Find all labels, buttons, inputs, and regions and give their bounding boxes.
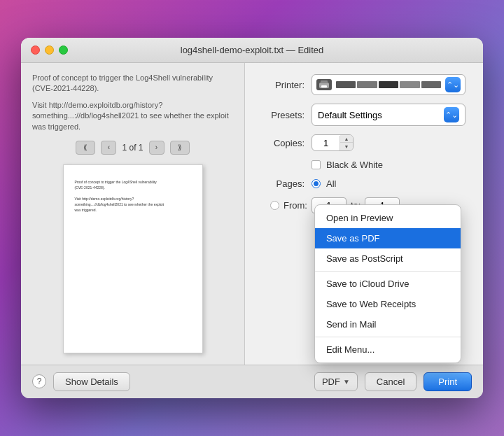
- pages-row: Pages: All: [259, 178, 469, 189]
- black-white-checkbox[interactable]: [312, 160, 321, 169]
- black-white-row: Black & White: [259, 160, 469, 170]
- presets-dropdown-icon[interactable]: ⌃⌄: [444, 107, 459, 122]
- cancel-button[interactable]: Cancel: [365, 372, 416, 391]
- show-details-button[interactable]: Show Details: [53, 372, 130, 391]
- next-page-button[interactable]: ›: [149, 141, 164, 155]
- dropdown-divider-1: [315, 271, 461, 272]
- pages-label: Pages:: [259, 178, 304, 189]
- bottom-left: ? Show Details: [32, 372, 130, 391]
- pdf-label: PDF: [322, 377, 340, 387]
- printer-row: Printer:: [259, 74, 469, 95]
- fullscreen-button[interactable]: [59, 45, 68, 55]
- copies-label: Copies:: [259, 138, 304, 148]
- dropdown-item-mail[interactable]: Send in Mail: [315, 314, 461, 335]
- presets-value: Default Settings: [318, 110, 382, 120]
- page-preview: Proof of concept to trigger the Log4Shel…: [63, 164, 203, 353]
- radio-from-button[interactable]: [270, 201, 279, 210]
- printer-selector[interactable]: ⌃⌄: [312, 74, 465, 95]
- preview-content: Proof of concept to trigger the Log4Shel…: [75, 179, 191, 213]
- radio-all-row: All: [312, 178, 336, 189]
- last-page-button[interactable]: ⟫: [170, 141, 190, 155]
- dropdown-item-edit-menu[interactable]: Edit Menu...: [315, 339, 461, 360]
- presets-selector[interactable]: Default Settings ⌃⌄: [312, 104, 465, 126]
- window-title: log4shell-demo-exploit.txt — Edited: [181, 45, 324, 55]
- pdf-button[interactable]: PDF ▼: [314, 372, 358, 391]
- presets-row: Presets: Default Settings ⌃⌄: [259, 104, 469, 126]
- copies-stepper[interactable]: 1 ▲ ▼: [312, 134, 354, 151]
- page-navigation: ⟪ ‹ 1 of 1 › ⟫: [28, 141, 237, 155]
- pages-radio-group: All: [312, 178, 336, 189]
- copies-increment[interactable]: ▲: [340, 135, 353, 143]
- bottom-bar: ? Show Details PDF ▼ Cancel Print Open i…: [21, 365, 483, 398]
- pdf-dropdown-menu: Open in Preview Save as PDF Save as Post…: [314, 204, 461, 363]
- print-dialog: log4shell-demo-exploit.txt — Edited Proo…: [21, 38, 483, 398]
- dropdown-item-open-preview[interactable]: Open in Preview: [315, 208, 461, 228]
- titlebar: log4shell-demo-exploit.txt — Edited: [21, 38, 483, 63]
- traffic-lights: [31, 45, 68, 55]
- print-button[interactable]: Print: [424, 372, 472, 391]
- printer-icon: [316, 79, 332, 90]
- dropdown-item-web-receipts[interactable]: Save to Web Receipts: [315, 294, 461, 314]
- copies-decrement[interactable]: ▼: [340, 143, 353, 150]
- radio-all-label: All: [326, 178, 336, 189]
- sidebar-info2: Visit http://demo.exploitdb.org/history?…: [28, 97, 237, 135]
- bottom-right: PDF ▼ Cancel Print Open in Preview Save …: [314, 372, 472, 391]
- radio-all-button[interactable]: [312, 179, 321, 188]
- copies-value: 1: [312, 136, 340, 150]
- black-white-label: Black & White: [326, 160, 383, 170]
- copies-stepper-buttons: ▲ ▼: [340, 135, 353, 150]
- minimize-button[interactable]: [45, 45, 54, 55]
- svg-rect-1: [321, 80, 328, 83]
- prev-page-button[interactable]: ‹: [101, 141, 116, 155]
- close-button[interactable]: [31, 45, 40, 55]
- dropdown-item-save-pdf[interactable]: Save as PDF: [315, 228, 461, 248]
- presets-label: Presets:: [259, 110, 304, 120]
- printer-color-bars: [336, 81, 441, 88]
- page-indicator: 1 of 1: [122, 143, 143, 153]
- dropdown-divider-2: [315, 337, 461, 337]
- sidebar-info: Proof of concept to trigger the Log4Shel…: [28, 70, 237, 97]
- copies-row: Copies: 1 ▲ ▼: [259, 134, 469, 151]
- printer-label: Printer:: [259, 80, 304, 90]
- svg-rect-2: [321, 85, 327, 87]
- printer-dropdown-icon[interactable]: ⌃⌄: [445, 77, 461, 92]
- dropdown-item-icloud[interactable]: Save to iCloud Drive: [315, 274, 461, 294]
- pdf-dropdown-arrow: ▼: [343, 378, 350, 386]
- dropdown-item-save-postscript[interactable]: Save as PostScript: [315, 248, 461, 269]
- left-panel: Proof of concept to trigger the Log4Shel…: [21, 63, 245, 365]
- from-label: From:: [284, 200, 307, 211]
- help-button[interactable]: ?: [32, 374, 46, 388]
- first-page-button[interactable]: ⟪: [76, 141, 95, 155]
